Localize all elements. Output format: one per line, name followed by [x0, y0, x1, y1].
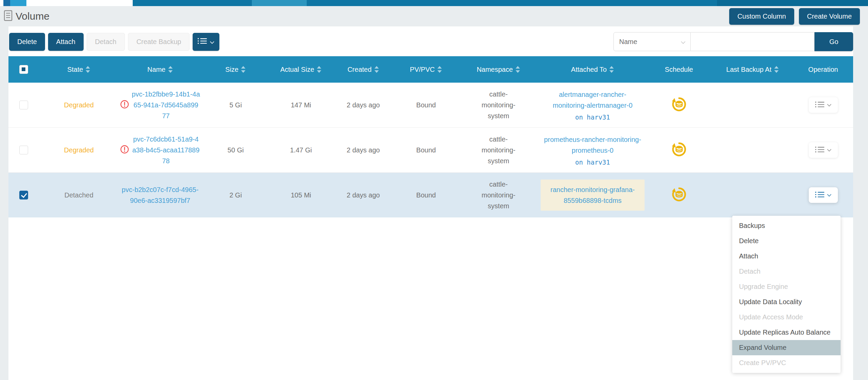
chevron-down-icon: [681, 38, 686, 46]
state-cell: Degraded: [39, 140, 119, 160]
name-cell: pvc-1b2fbbe9-14b1-4a65-941a-7d5645a89977: [119, 83, 201, 127]
sort-icon: [774, 66, 779, 73]
sort-icon: [515, 66, 520, 73]
column-header-select: [8, 65, 39, 74]
column-header-created[interactable]: Created: [332, 66, 394, 73]
warning-icon: [120, 145, 129, 155]
last-backup-cell: [712, 99, 793, 111]
schedule-cell: [646, 181, 712, 210]
attached-workload-link[interactable]: rancher-monitoring-grafana-8559b68898-tc…: [546, 184, 639, 206]
row-checkbox[interactable]: [19, 101, 28, 109]
chevron-down-icon: [827, 193, 831, 198]
column-header-namespace[interactable]: Namespace: [458, 66, 539, 73]
actual-size-cell: 105 Mi: [270, 185, 332, 205]
page-title: Volume: [16, 10, 49, 22]
filter-field-value: Name: [619, 38, 637, 46]
name-cell: pvc-b2b2c07c-f7cd-4965-90e6-ac3319597bf7: [119, 178, 201, 212]
chevron-down-icon: [827, 103, 831, 108]
schedule-cell: [646, 90, 712, 120]
column-header-operation: Operation: [793, 66, 853, 73]
name-cell: pvc-7c6dcb61-51a9-4a38-b4c5-acaa11788978: [119, 128, 201, 172]
operation-cell: [793, 181, 853, 209]
search-filter-group: Name Go: [613, 32, 853, 51]
search-input[interactable]: [691, 32, 815, 51]
volume-name-link[interactable]: pvc-1b2fbbe9-14b1-4a65-941a-7d5645a89977: [132, 89, 200, 121]
recurring-schedule-icon: [671, 187, 687, 204]
custom-column-button[interactable]: Custom Column: [729, 8, 794, 25]
volume-name-link[interactable]: pvc-b2b2c07c-f7cd-4965-90e6-ac3319597bf7: [120, 184, 200, 206]
list-icon: [198, 37, 207, 46]
bulk-actions-menu-button[interactable]: [193, 33, 219, 51]
attached-workload-highlight: rancher-monitoring-grafana-8559b68898-tc…: [541, 180, 645, 211]
table-row: Degradedpvc-1b2fbbe9-14b1-4a65-941a-7d56…: [8, 83, 853, 128]
last-backup-cell: [712, 189, 793, 201]
menu-item-attach[interactable]: Attach: [732, 249, 841, 264]
app-header-strip-highlight: [252, 0, 307, 6]
warning-icon: [120, 100, 129, 110]
column-label: Actual Size: [280, 66, 314, 73]
volume-name-link[interactable]: pvc-7c6dcb61-51a9-4a38-b4c5-acaa11788978: [132, 134, 200, 166]
operation-cell: [793, 136, 853, 164]
size-cell: 5 Gi: [201, 95, 270, 115]
column-label: Operation: [808, 66, 838, 73]
attached-workload-link[interactable]: alertmanager-rancher-monitoring-alertman…: [544, 89, 642, 111]
recurring-schedule-icon: [671, 142, 687, 159]
row-operation-button[interactable]: [809, 187, 838, 203]
schedule-cell: [646, 135, 712, 165]
column-header-state[interactable]: State: [39, 66, 119, 73]
actual-size-cell: 1.47 Gi: [270, 140, 332, 160]
menu-item-backups[interactable]: Backups: [732, 218, 841, 233]
created-cell: 2 days ago: [332, 140, 394, 160]
menu-item-update-data-locality[interactable]: Update Data Locality: [732, 294, 841, 310]
attached-to-cell: rancher-monitoring-grafana-8559b68898-tc…: [539, 173, 646, 217]
attached-to-cell: prometheus-rancher-monitoring-prometheus…: [539, 128, 646, 172]
menu-item-delete[interactable]: Delete: [732, 233, 841, 249]
column-header-size[interactable]: Size: [201, 66, 270, 73]
list-icon: [815, 191, 825, 199]
browser-top-strip: [0, 0, 868, 6]
table-row: Detachedpvc-b2b2c07c-f7cd-4965-90e6-ac33…: [8, 173, 853, 217]
size-cell: 2 Gi: [201, 185, 270, 205]
menu-item-update-replicas-auto-balance[interactable]: Update Replicas Auto Balance: [732, 325, 841, 340]
row-operation-button[interactable]: [809, 97, 838, 113]
column-label: Created: [347, 66, 371, 73]
row-checkbox[interactable]: [19, 191, 28, 199]
volume-icon: [3, 10, 13, 23]
row-select-cell: [8, 185, 39, 206]
chevron-down-icon: [210, 38, 214, 46]
menu-item-expand-volume[interactable]: Expand Volume: [732, 340, 841, 355]
column-header-attached-to[interactable]: Attached To: [539, 66, 646, 73]
list-icon: [815, 146, 825, 154]
sort-icon: [317, 66, 322, 73]
row-checkbox[interactable]: [19, 146, 28, 154]
column-header-actual-size[interactable]: Actual Size: [270, 66, 332, 73]
column-header-last-backup-at[interactable]: Last Backup At: [712, 66, 793, 73]
row-select-cell: [8, 94, 39, 115]
column-header-pv-pvc[interactable]: PV/PVC: [394, 66, 458, 73]
attach-button[interactable]: Attach: [48, 33, 84, 51]
go-button[interactable]: Go: [815, 32, 853, 51]
attached-workload-link[interactable]: prometheus-rancher-monitoring-prometheus…: [544, 134, 642, 156]
pv-pvc-cell: Bound: [394, 185, 458, 205]
create-volume-button[interactable]: Create Volume: [799, 8, 860, 25]
column-header-name[interactable]: Name: [119, 66, 201, 73]
filter-field-select[interactable]: Name: [613, 32, 691, 51]
sort-icon: [85, 66, 90, 73]
delete-button[interactable]: Delete: [9, 33, 45, 51]
select-all-checkbox[interactable]: [19, 65, 28, 74]
sort-icon: [609, 66, 614, 73]
sort-icon: [241, 66, 246, 73]
row-operation-menu: BackupsDeleteAttachDetachUpgrade EngineU…: [732, 216, 841, 373]
create-backup-button: Create Backup: [128, 33, 190, 51]
row-select-cell: [8, 140, 39, 161]
attached-to-cell: alertmanager-rancher-monitoring-alertman…: [539, 83, 646, 127]
column-label: Size: [225, 66, 239, 73]
size-cell: 50 Gi: [201, 140, 270, 160]
column-label: Namespace: [477, 66, 513, 73]
pv-pvc-cell: Bound: [394, 95, 458, 115]
last-backup-cell: [712, 144, 793, 156]
namespace-cell: cattle-monitoring-system: [458, 173, 539, 217]
tab-accent-left: [3, 0, 10, 6]
column-label: PV/PVC: [410, 66, 435, 73]
row-operation-button[interactable]: [809, 142, 838, 158]
